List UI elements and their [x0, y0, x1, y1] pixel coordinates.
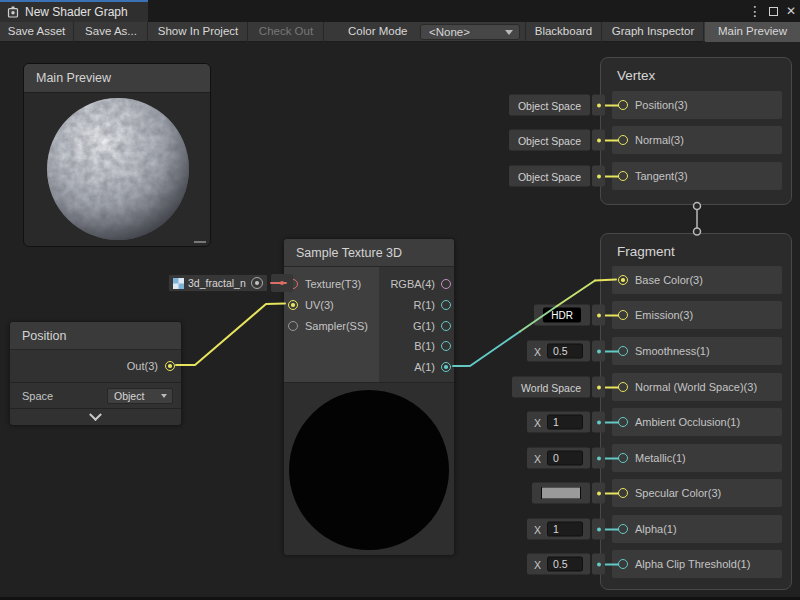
wire-a-to-basecolor-3[interactable] — [557, 281, 595, 307]
port-metallic[interactable] — [618, 453, 628, 463]
port-label: Texture(T3) — [305, 278, 361, 290]
port-alpha-clip[interactable] — [618, 559, 628, 569]
alpha-clip-value-widget[interactable]: X0.5 — [527, 554, 619, 575]
pill-wire — [605, 104, 619, 106]
port-row-normal-ws[interactable]: Normal (World Space)(3) World Space — [612, 373, 782, 401]
port-row-smoothness[interactable]: Smoothness(1) X0.5 — [612, 337, 782, 365]
port-row-specular-color[interactable]: Specular Color(3) — [612, 479, 782, 507]
graph-inspector-button[interactable]: Graph Inspector — [603, 22, 704, 42]
port-row-ambient-occlusion[interactable]: Ambient Occlusion(1) X1 — [612, 408, 782, 436]
specular-color-widget[interactable] — [532, 483, 619, 504]
save-asset-button[interactable]: Save Asset — [0, 22, 74, 42]
port-row-tangent[interactable]: Tangent(3) Object Space — [612, 162, 782, 190]
output-row-g[interactable]: G(1) — [379, 315, 454, 336]
value-field[interactable]: 1 — [547, 522, 583, 537]
port-row-alpha-clip[interactable]: Alpha Clip Threshold(1) X0.5 — [612, 550, 782, 578]
binding-value: World Space — [521, 381, 581, 393]
port-label: Base Color(3) — [635, 274, 703, 286]
main-preview-panel[interactable]: Main Preview — [23, 63, 211, 247]
port-label: Normal (World Space)(3) — [635, 381, 757, 393]
port-ambient-occlusion[interactable] — [618, 417, 628, 427]
smoothness-value-widget[interactable]: X0.5 — [527, 341, 619, 362]
save-as-button[interactable]: Save As... — [75, 22, 148, 42]
port-label: R(1) — [414, 299, 435, 311]
port-emission[interactable] — [618, 310, 628, 320]
port-out[interactable] — [165, 361, 175, 371]
binding-pill-normal[interactable]: Object Space — [509, 130, 619, 151]
output-row-a[interactable]: A(1) — [379, 357, 454, 378]
pill-dot — [597, 456, 601, 460]
wire-a-to-basecolor-1[interactable] — [453, 332, 520, 367]
port-r[interactable] — [441, 300, 451, 310]
port-g[interactable] — [441, 321, 451, 331]
binding-pill-tangent[interactable]: Object Space — [509, 166, 619, 187]
tab-new-shader-graph[interactable]: New Shader Graph — [0, 0, 148, 22]
port-row-emission[interactable]: Emission(3) HDR — [612, 301, 782, 329]
port-sampler[interactable] — [288, 321, 298, 331]
hdr-badge[interactable]: HDR — [543, 308, 581, 323]
value-field[interactable]: 0.5 — [547, 557, 583, 572]
port-row-base-color[interactable]: Base Color(3) — [612, 266, 782, 294]
port-label: Specular Color(3) — [635, 487, 721, 499]
space-dropdown[interactable]: Object — [107, 388, 173, 404]
menu-icon[interactable]: ⋮ — [746, 0, 764, 22]
output-row-r[interactable]: R(1) — [379, 295, 454, 316]
value-field[interactable]: 1 — [547, 415, 583, 430]
binding-value: Object Space — [518, 170, 581, 182]
wire-out-to-uv[interactable] — [176, 304, 285, 366]
output-row-out[interactable]: Out(3) — [10, 350, 181, 382]
port-smoothness[interactable] — [618, 346, 628, 356]
binding-pill-position[interactable]: Object Space — [509, 95, 619, 116]
main-preview-button[interactable]: Main Preview — [705, 22, 800, 42]
port-normal-ws[interactable] — [618, 382, 628, 392]
position-node-title[interactable]: Position — [10, 322, 181, 350]
input-row-sampler[interactable]: Sampler(SS) — [284, 315, 379, 336]
input-row-texture[interactable]: Texture(T3) — [284, 274, 379, 295]
port-specular-color[interactable] — [618, 488, 628, 498]
vertex-node[interactable]: Vertex Position(3) Object Space Normal(3… — [600, 57, 792, 205]
value-field[interactable]: 0.5 — [547, 344, 583, 359]
collapse-row[interactable] — [10, 408, 181, 425]
output-row-b[interactable]: B(1) — [379, 336, 454, 357]
input-row-uv[interactable]: UV(3) — [284, 295, 379, 316]
port-position[interactable] — [618, 100, 628, 110]
value-field[interactable]: 0 — [547, 451, 583, 466]
texture-reference-widget[interactable]: 3d_fractal_n — [168, 274, 293, 292]
maximize-icon[interactable] — [764, 0, 782, 22]
port-row-alpha[interactable]: Alpha(1) X1 — [612, 515, 782, 543]
metallic-value-widget[interactable]: X0 — [527, 448, 619, 469]
sample-texture-3d-node[interactable]: Sample Texture 3D Texture(T3) UV(3) Samp… — [283, 238, 455, 555]
resize-grip[interactable] — [194, 241, 206, 243]
port-row-position[interactable]: Position(3) Object Space — [612, 91, 782, 119]
port-normal[interactable] — [618, 135, 628, 145]
alpha-value-widget[interactable]: X1 — [527, 519, 619, 540]
port-row-metallic[interactable]: Metallic(1) X0 — [612, 444, 782, 472]
main-preview-title: Main Preview — [36, 71, 111, 85]
object-picker-icon[interactable] — [251, 277, 263, 289]
port-a[interactable] — [441, 362, 451, 372]
output-row-rgba[interactable]: RGBA(4) — [379, 274, 454, 295]
texture-object-field[interactable]: 3d_fractal_n — [168, 274, 268, 292]
maximize-box — [769, 7, 778, 16]
pill-wire — [605, 175, 619, 177]
port-b[interactable] — [441, 341, 451, 351]
port-alpha[interactable] — [618, 524, 628, 534]
port-row-normal[interactable]: Normal(3) Object Space — [612, 126, 782, 154]
port-rgba[interactable] — [441, 279, 451, 289]
sample-node-title[interactable]: Sample Texture 3D — [284, 239, 454, 267]
port-base-color[interactable] — [618, 275, 628, 285]
main-preview-header[interactable]: Main Preview — [24, 64, 210, 93]
color-mode-dropdown[interactable]: <None> — [420, 24, 520, 40]
port-tangent[interactable] — [618, 171, 628, 181]
normal-space-widget[interactable]: World Space — [512, 377, 619, 398]
show-in-project-button[interactable]: Show In Project — [149, 22, 248, 42]
pill-dot — [597, 103, 601, 107]
close-icon[interactable]: ✕ — [782, 0, 800, 22]
color-swatch[interactable] — [541, 487, 581, 500]
position-node[interactable]: Position Out(3) Space Object — [9, 321, 182, 425]
blackboard-button[interactable]: Blackboard — [525, 22, 602, 42]
ao-value-widget[interactable]: X1 — [527, 412, 619, 433]
port-uv[interactable] — [288, 300, 298, 310]
fragment-node[interactable]: Fragment Base Color(3) Emission(3) HDR S… — [600, 233, 792, 590]
emission-hdr-widget[interactable]: HDR — [534, 305, 619, 326]
